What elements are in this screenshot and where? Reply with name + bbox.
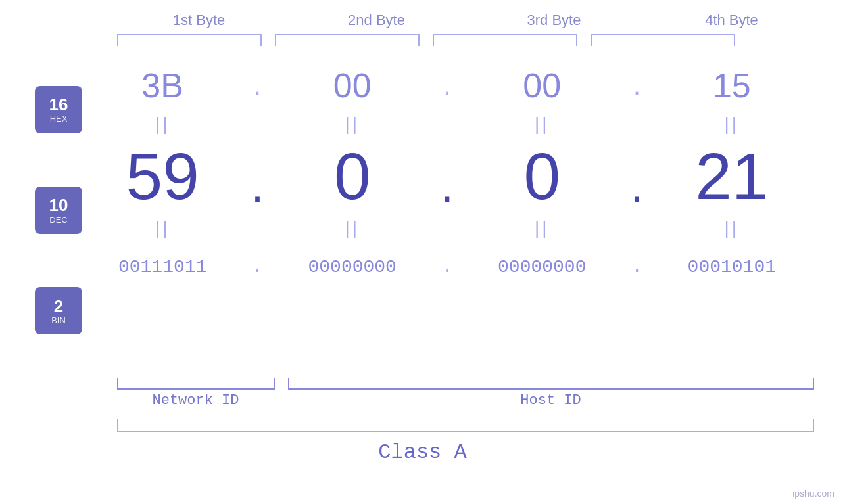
badge-dec: 10 DEC xyxy=(35,187,82,234)
equals-2-3: || xyxy=(470,218,614,239)
equals-2-4: || xyxy=(660,218,804,239)
content-area: 16 HEX 10 DEC 2 BIN 3B . xyxy=(0,59,845,361)
bin-val-2: 00000000 xyxy=(280,257,425,277)
class-label: Class A xyxy=(378,440,466,465)
class-bracket xyxy=(117,419,814,432)
dec-dot-1: . xyxy=(244,140,270,212)
bracket-byte-4 xyxy=(591,34,735,46)
values-column: 3B . 00 . 00 . 15 xyxy=(85,59,845,293)
bottom-section: Network ID Host ID Class A xyxy=(0,378,845,465)
watermark: ipshu.com xyxy=(792,488,834,499)
badge-hex: 16 HEX xyxy=(35,86,82,133)
equals-1-1: || xyxy=(90,114,235,135)
dec-val-1: 59 xyxy=(90,139,235,214)
badge-bin-num: 2 xyxy=(54,297,63,316)
bracket-byte-2 xyxy=(275,34,420,46)
bin-val-4: 00010101 xyxy=(660,257,804,277)
badge-hex-label: HEX xyxy=(50,114,68,124)
dec-val-3: 0 xyxy=(470,139,614,214)
badge-bin: 2 BIN xyxy=(35,287,82,334)
dec-row: 59 . 0 . 0 . 21 xyxy=(85,137,809,216)
dec-val-2: 0 xyxy=(280,139,425,214)
byte-1-header: 1st Byte xyxy=(127,12,272,29)
bin-val-3: 00000000 xyxy=(470,257,614,277)
hex-val-3: 00 xyxy=(470,66,614,105)
equals-2-1: || xyxy=(90,218,235,239)
hex-dot-1: . xyxy=(244,71,270,101)
badge-dec-label: DEC xyxy=(49,215,67,225)
network-id-bracket xyxy=(117,378,275,390)
hex-val-2: 00 xyxy=(280,66,425,105)
byte-headers: 1st Byte 2nd Byte 3rd Byte 4th Byte xyxy=(110,12,821,29)
hex-dot-2: . xyxy=(434,71,460,101)
badges-column: 16 HEX 10 DEC 2 BIN xyxy=(0,59,85,361)
dec-dot-3: . xyxy=(624,140,650,212)
byte-3-header: 3rd Byte xyxy=(482,12,627,29)
bracket-byte-1 xyxy=(117,34,262,46)
equals-1-4: || xyxy=(660,114,804,135)
hex-row: 3B . 00 . 00 . 15 xyxy=(85,59,809,112)
dec-dot-2: . xyxy=(434,140,460,212)
hex-val-1: 3B xyxy=(90,66,235,105)
bracket-byte-3 xyxy=(433,34,577,46)
main-container: 1st Byte 2nd Byte 3rd Byte 4th Byte 16 H… xyxy=(0,0,845,504)
equals-1-3: || xyxy=(470,114,614,135)
byte-4-header: 4th Byte xyxy=(660,12,804,29)
bin-dot-2: . xyxy=(434,257,460,277)
bin-val-1: 00111011 xyxy=(90,257,235,277)
hex-val-4: 15 xyxy=(660,66,804,105)
host-id-label: Host ID xyxy=(288,392,814,409)
network-id-label: Network ID xyxy=(117,392,275,409)
badge-hex-num: 16 xyxy=(49,95,68,114)
equals-row-2: || || || || xyxy=(85,216,809,241)
byte-2-header: 2nd Byte xyxy=(304,12,449,29)
equals-row-1: || || || || xyxy=(85,112,809,137)
bin-dot-1: . xyxy=(244,257,270,277)
host-id-bracket xyxy=(288,378,814,390)
badge-bin-label: BIN xyxy=(51,315,66,325)
hex-dot-3: . xyxy=(624,71,650,101)
equals-2-2: || xyxy=(280,218,425,239)
dec-val-4: 21 xyxy=(660,139,804,214)
bin-dot-3: . xyxy=(624,257,650,277)
equals-1-2: || xyxy=(280,114,425,135)
bin-row: 00111011 . 00000000 . 00000000 . xyxy=(85,241,809,293)
badge-dec-num: 10 xyxy=(49,196,68,215)
top-brackets xyxy=(110,34,821,46)
